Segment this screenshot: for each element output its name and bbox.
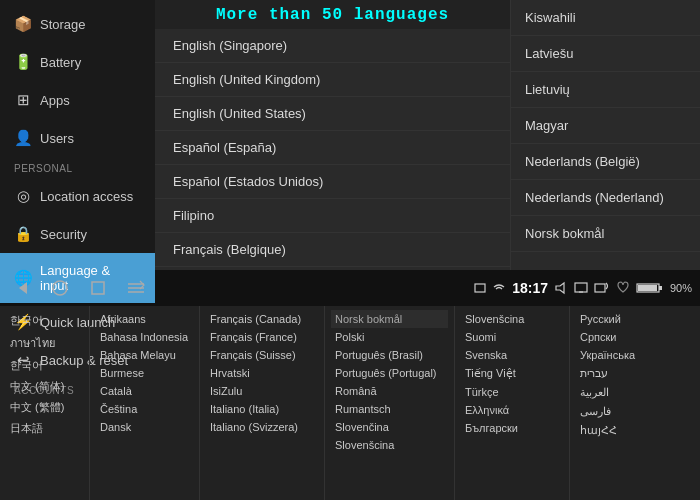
list-item[interactable]: Čeština: [96, 400, 193, 418]
list-item[interactable]: Français (Suisse): [206, 346, 318, 364]
sidebar-item-apps[interactable]: ⊞ Apps: [0, 81, 155, 119]
list-item[interactable]: Română: [331, 382, 448, 400]
home-button[interactable]: [46, 278, 74, 298]
list-item[interactable]: Bahasa Melayu: [96, 346, 193, 364]
list-item[interactable]: Türkçe: [461, 383, 563, 401]
list-item[interactable]: Tiếng Việt: [461, 364, 563, 383]
home-icon: [51, 279, 69, 297]
list-item[interactable]: Русский: [576, 310, 694, 328]
list-item[interactable]: Français (Belgique): [155, 233, 510, 267]
list-item[interactable]: Nederlands (België): [511, 144, 700, 180]
list-item[interactable]: Hrvatski: [206, 364, 318, 382]
svg-rect-2: [92, 282, 104, 294]
apps-icon: ⊞: [14, 91, 32, 109]
bottom-col-4: Norsk bokmål Polski Português (Brasil) P…: [325, 306, 455, 500]
list-item[interactable]: العربية: [576, 383, 694, 402]
battery-icon: 🔋: [14, 53, 32, 71]
list-item[interactable]: Español (España): [155, 131, 510, 165]
list-item[interactable]: Burmese: [96, 364, 193, 382]
security-icon: 🔒: [14, 225, 32, 243]
bottom-col-2: Afrikaans Bahasa Indonesia Bahasa Melayu…: [90, 306, 200, 500]
bottom-col-6: Русский Српски Українська עברית العربية …: [570, 306, 700, 500]
list-item[interactable]: Български: [461, 419, 563, 437]
list-item[interactable]: Español (Estados Unidos): [155, 165, 510, 199]
svg-rect-8: [575, 283, 587, 292]
list-item[interactable]: IsiZulu: [206, 382, 318, 400]
list-item[interactable]: Filipino: [155, 199, 510, 233]
list-item[interactable]: Lietuvių: [511, 72, 700, 108]
list-item[interactable]: 中文 (繁體): [6, 397, 83, 418]
sidebar-item-location[interactable]: ◎ Location access: [0, 177, 155, 215]
list-item[interactable]: Français (France): [206, 328, 318, 346]
list-item[interactable]: English (United Kingdom): [155, 63, 510, 97]
page-title: More than 50 languages: [216, 6, 449, 24]
menu-icon: [126, 279, 146, 297]
list-item[interactable]: עברית: [576, 364, 694, 383]
back-icon: [13, 279, 31, 297]
svg-rect-6: [475, 284, 485, 292]
sidebar-item-battery[interactable]: 🔋 Battery: [0, 43, 155, 81]
main-header: More than 50 languages: [155, 0, 510, 29]
selected-language: Norsk bokmål: [331, 310, 448, 328]
list-item[interactable]: 中文 (简体): [6, 376, 83, 397]
list-item[interactable]: Latviešu: [511, 36, 700, 72]
list-item[interactable]: Português (Brasil): [331, 346, 448, 364]
list-item[interactable]: Français (Canada): [206, 310, 318, 328]
list-item[interactable]: Slovenšcina: [461, 310, 563, 328]
heart-icon: [616, 281, 630, 295]
list-item[interactable]: Nederlands (Nederland): [511, 180, 700, 216]
list-item[interactable]: Italiano (Italia): [206, 400, 318, 418]
right-language-panel: Kiswahili Latviešu Lietuvių Magyar Neder…: [510, 0, 700, 270]
list-item[interactable]: Svenska: [461, 346, 563, 364]
location-icon: ◎: [14, 187, 32, 205]
svg-rect-10: [595, 284, 605, 292]
bottom-col-1: 한국어 ภาษาไทย 한국어 中文 (简体) 中文 (繁體) 日本語: [0, 306, 90, 500]
battery-percentage: 90%: [670, 282, 692, 294]
users-icon: 👤: [14, 129, 32, 147]
language-list: English (Singapore) English (United King…: [155, 29, 510, 267]
sidebar-item-users[interactable]: 👤 Users: [0, 119, 155, 157]
list-item[interactable]: Bahasa Indonesia: [96, 328, 193, 346]
sidebar-item-storage[interactable]: 📦 Storage: [0, 5, 155, 43]
svg-marker-7: [556, 283, 564, 293]
list-item[interactable]: Italiano (Svizzera): [206, 418, 318, 436]
menu-button[interactable]: [122, 278, 150, 298]
list-item[interactable]: Slovenčina: [331, 418, 448, 436]
list-item[interactable]: ภาษาไทย: [6, 331, 83, 355]
screen-icon: [574, 282, 588, 294]
back-button[interactable]: [8, 278, 36, 298]
list-item[interactable]: Norsk bokmål: [511, 216, 700, 252]
battery-status-icon: [636, 281, 664, 295]
list-item[interactable]: فارسی: [576, 402, 694, 421]
list-item[interactable]: Afrikaans: [96, 310, 193, 328]
list-item[interactable]: Српски: [576, 328, 694, 346]
nav-buttons: [8, 278, 150, 298]
rotate-icon: [594, 281, 610, 295]
list-item[interactable]: Català: [96, 382, 193, 400]
svg-point-1: [53, 281, 67, 295]
list-item[interactable]: հայՀՀ: [576, 421, 694, 440]
list-item[interactable]: 한국어: [6, 310, 83, 331]
list-item[interactable]: Українська: [576, 346, 694, 364]
list-item[interactable]: 한국어: [6, 355, 83, 376]
list-item[interactable]: English (Singapore): [155, 29, 510, 63]
storage-icon: 📦: [14, 15, 32, 33]
list-item[interactable]: Suomi: [461, 328, 563, 346]
list-item[interactable]: Slovenšcina: [331, 436, 448, 454]
main-content: More than 50 languages English (Singapor…: [155, 0, 510, 270]
list-item[interactable]: Magyar: [511, 108, 700, 144]
status-center: 18:17 90%: [474, 280, 692, 296]
recent-button[interactable]: [84, 278, 112, 298]
list-item[interactable]: Kiswahili: [511, 0, 700, 36]
bottom-language-grid: 한국어 ภาษาไทย 한국어 中文 (简体) 中文 (繁體) 日本語 Afri…: [0, 306, 700, 500]
list-item[interactable]: Dansk: [96, 418, 193, 436]
list-item[interactable]: Ελληνικά: [461, 401, 563, 419]
list-item[interactable]: 日本語: [6, 418, 83, 439]
list-item[interactable]: Polski: [331, 328, 448, 346]
sidebar-item-security[interactable]: 🔒 Security: [0, 215, 155, 253]
svg-marker-0: [19, 282, 27, 294]
list-item[interactable]: Rumantsch: [331, 400, 448, 418]
svg-rect-13: [638, 285, 657, 291]
list-item[interactable]: English (United States): [155, 97, 510, 131]
list-item[interactable]: Português (Portugal): [331, 364, 448, 382]
